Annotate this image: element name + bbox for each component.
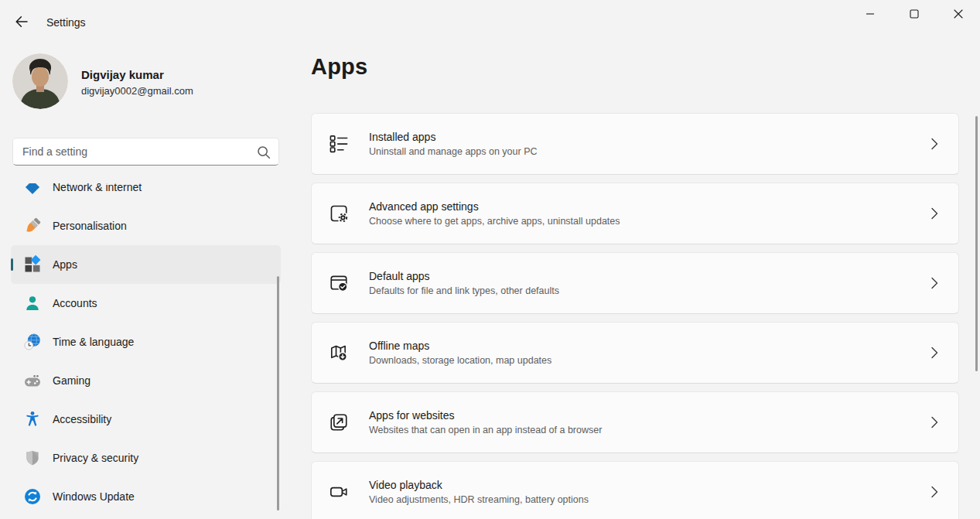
time-language-icon (23, 333, 42, 351)
gaming-controller-icon (23, 371, 42, 390)
default-apps-icon (329, 273, 349, 293)
sidebar-item-time-language[interactable]: Time & language (11, 323, 281, 361)
sidebar-item-label: Gaming (53, 374, 90, 387)
minimize-icon (866, 9, 875, 19)
apps-for-websites-icon (329, 412, 349, 432)
card-advanced-app-settings[interactable]: Advanced app settings Choose where to ge… (311, 183, 959, 244)
video-playback-icon (329, 482, 349, 502)
card-subtitle: Video adjustments, HDR streaming, batter… (369, 494, 589, 505)
advanced-app-settings-icon (329, 203, 349, 224)
sidebar-nav: Network & internet Personalisation (0, 183, 294, 519)
sidebar-item-windows-update[interactable]: Windows Update (11, 477, 281, 516)
card-title: Advanced app settings (369, 200, 620, 213)
apps-grid-icon (23, 255, 42, 274)
back-button[interactable] (8, 10, 36, 33)
sidebar-item-gaming[interactable]: Gaming (11, 361, 281, 400)
privacy-shield-icon (23, 449, 42, 467)
sidebar-item-label: Personalisation (53, 220, 127, 232)
sidebar-item-label: Accounts (53, 297, 97, 309)
sidebar-item-apps[interactable]: Apps (11, 245, 281, 284)
sidebar-item-label: Time & language (53, 336, 134, 348)
page-title: Apps (311, 54, 367, 80)
card-title: Default apps (369, 270, 559, 282)
card-installed-apps[interactable]: Installed apps Uninstall and manage apps… (311, 113, 959, 175)
search-input[interactable] (13, 138, 278, 165)
accounts-person-icon (23, 294, 42, 312)
card-apps-for-websites[interactable]: Apps for websites Websites that can open… (311, 391, 959, 453)
back-arrow-icon (14, 14, 29, 29)
network-globe-icon (23, 183, 42, 196)
maximize-icon (910, 9, 919, 19)
sidebar-item-label: Privacy & security (53, 452, 138, 464)
window-title: Settings (46, 16, 86, 29)
selected-indicator (11, 258, 13, 271)
settings-card-list: Installed apps Uninstall and manage apps… (311, 113, 959, 519)
card-title: Installed apps (369, 131, 538, 143)
card-title: Offline maps (369, 340, 551, 352)
card-title: Video playback (369, 479, 589, 491)
chevron-right-icon (929, 207, 940, 220)
windows-update-icon (23, 487, 42, 506)
card-default-apps[interactable]: Default apps Defaults for file and link … (311, 252, 959, 314)
card-subtitle: Downloads, storage location, map updates (369, 355, 551, 366)
personalisation-brush-icon (23, 217, 42, 235)
close-button[interactable] (936, 0, 980, 27)
search-icon[interactable] (256, 145, 271, 160)
search-box (12, 138, 279, 166)
chevron-right-icon (929, 485, 940, 499)
sidebar-item-network-internet[interactable]: Network & internet (11, 183, 281, 207)
sidebar-item-privacy-security[interactable]: Privacy & security (11, 439, 281, 477)
window-controls (848, 0, 980, 27)
main-scrollbar[interactable] (975, 116, 978, 371)
sidebar-item-accounts[interactable]: Accounts (11, 284, 281, 323)
card-subtitle: Defaults for file and link types, other … (369, 285, 559, 296)
titlebar: Settings (0, 0, 980, 37)
sidebar-scrollbar[interactable] (277, 276, 279, 510)
sidebar-item-accessibility[interactable]: Accessibility (11, 400, 281, 439)
minimize-button[interactable] (848, 0, 892, 27)
sidebar-item-label: Network & internet (53, 183, 142, 193)
sidebar-item-label: Accessibility (53, 413, 111, 425)
chevron-right-icon (929, 276, 940, 290)
card-offline-maps[interactable]: Offline maps Downloads, storage location… (311, 322, 959, 384)
installed-apps-icon (329, 134, 349, 154)
card-subtitle: Websites that can open in an app instead… (369, 425, 602, 435)
card-subtitle: Choose where to get apps, archive apps, … (369, 216, 620, 227)
sidebar-item-label: Windows Update (53, 490, 135, 503)
profile-email: digvijay0002@gmail.com (81, 85, 193, 97)
chevron-right-icon (929, 137, 940, 151)
close-icon (954, 9, 963, 19)
offline-maps-icon (329, 343, 349, 363)
chevron-right-icon (929, 415, 940, 429)
accessibility-person-icon (23, 410, 42, 429)
chevron-right-icon (929, 346, 940, 360)
card-subtitle: Uninstall and manage apps on your PC (369, 146, 538, 157)
card-title: Apps for websites (369, 409, 602, 422)
profile-name: Digvijay kumar (81, 68, 164, 81)
card-video-playback[interactable]: Video playback Video adjustments, HDR st… (311, 461, 959, 519)
sidebar-item-personalisation[interactable]: Personalisation (11, 207, 281, 245)
avatar[interactable] (12, 53, 68, 109)
sidebar-item-label: Apps (53, 258, 77, 271)
maximize-button[interactable] (892, 0, 936, 27)
